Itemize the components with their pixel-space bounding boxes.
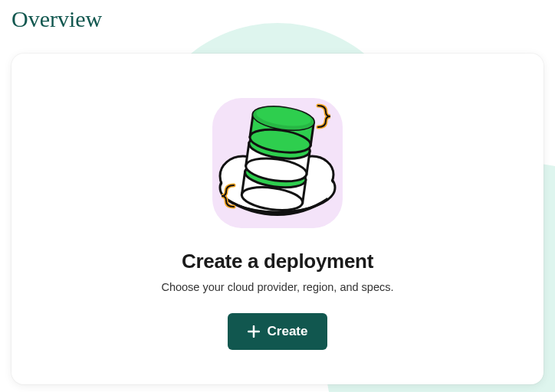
deployment-card: Create a deployment Choose your cloud pr…: [11, 54, 544, 384]
database-stack-illustration: [205, 84, 350, 237]
card-title: Create a deployment: [182, 250, 373, 273]
create-button-label: Create: [268, 324, 308, 339]
plus-icon: [248, 325, 260, 338]
page-title: Overview: [0, 0, 555, 32]
card-subtitle: Choose your cloud provider, region, and …: [161, 281, 393, 293]
create-button[interactable]: Create: [228, 313, 328, 350]
